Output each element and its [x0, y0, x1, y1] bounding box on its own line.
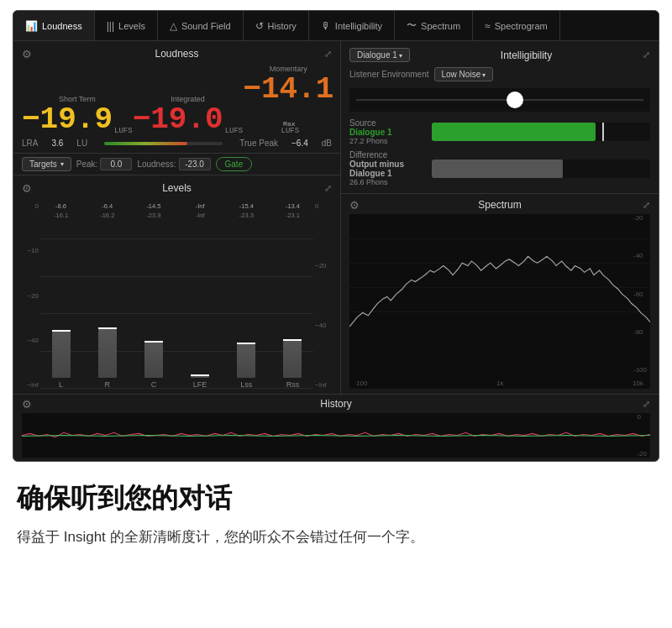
soundfield-icon: △ [170, 20, 177, 32]
history-gear-icon[interactable]: ⚙ [22, 398, 32, 411]
history-canvas: 0 -20 [22, 413, 650, 458]
history-title: History [320, 398, 351, 410]
listener-dropdown[interactable]: Low Noise [434, 67, 494, 81]
bar-col-l: -8.6-16.1L [40, 202, 81, 389]
loudness-field-label: Loudness: [137, 160, 176, 169]
true-peak-label: True Peak [239, 139, 278, 148]
plugin-ui: 📊 Loudness ||| Levels △ Sound Field ↺ Hi… [13, 10, 659, 462]
difference-bar-fill [432, 160, 563, 178]
spectrum-expand-icon[interactable]: ⤢ [643, 200, 650, 211]
integrated-meter: Integrated −19.0LUFS [133, 95, 244, 135]
loudness-gear-icon[interactable]: ⚙ [22, 48, 32, 60]
levels-bars: 0 −10 −20 −40 −Inf -8.6-16.1L-6.4-16.2R-… [22, 202, 332, 389]
tab-spectrogram[interactable]: ≈ Spectrogram [473, 11, 560, 40]
levels-expand-icon[interactable]: ⤢ [324, 183, 332, 194]
tab-bar: 📊 Loudness ||| Levels △ Sound Field ↺ Hi… [13, 11, 659, 41]
spectrum-gear-icon[interactable]: ⚙ [349, 199, 360, 212]
right-panel: Dialogue 1 Intelligibility ⤢ Listener En… [341, 41, 659, 394]
loudness-bar [104, 142, 223, 145]
intelligibility-header: Dialogue 1 Intelligibility ⤢ [349, 48, 650, 62]
source-label: Source Dialogue 1 27.2 Phons [349, 118, 425, 145]
tab-spectrogram-label: Spectrogram [495, 21, 548, 31]
intelligibility-section: Dialogue 1 Intelligibility ⤢ Listener En… [341, 41, 659, 194]
levels-gear-icon[interactable]: ⚙ [22, 182, 32, 195]
slider-thumb[interactable] [507, 92, 523, 108]
short-term-meter: Short Term −19.9LUFS [22, 95, 133, 135]
loudness-meters: Short Term −19.9LUFS Integrated −19.0LUF… [22, 65, 332, 135]
text-section: 确保听到您的对话 得益于 Insight 的全新清晰度计，您的听众不会错过任何一… [0, 462, 672, 566]
levels-section: ⚙ Levels ⤢ 0 −10 −20 −40 −Inf -8.6-16.1L… [13, 175, 340, 394]
loudness-expand-icon[interactable]: ⤢ [324, 49, 332, 60]
peak-field-group: Peak: [76, 158, 133, 170]
levels-y-axis-left: 0 −10 −20 −40 −Inf [22, 202, 40, 389]
targets-dropdown[interactable]: Targets [22, 157, 71, 171]
bar-peak-line-c [144, 341, 163, 343]
integrated-unit: LUFS [225, 127, 244, 135]
bar-peak-line-r [98, 327, 117, 329]
levels-y-axis-right: 0 −20 −40 −Inf [313, 202, 332, 389]
loudness-field-group: Loudness: [137, 158, 210, 170]
bar-bg-rss [283, 341, 302, 378]
spectrum-x-labels: 100 1k 10k [356, 379, 643, 387]
momentary-meter: Momentary −14.1 Max LUFS [243, 65, 333, 135]
spectrogram-icon: ≈ [485, 20, 491, 32]
source-bar-fill [432, 123, 596, 141]
slider-track [356, 99, 643, 101]
loudness-icon: 📊 [25, 20, 38, 32]
intelligibility-slider[interactable] [349, 88, 650, 112]
true-peak-unit: dB [322, 139, 332, 148]
momentary-unit: LUFS [281, 128, 299, 135]
tab-loudness-label: Loudness [42, 21, 82, 31]
tab-history[interactable]: ↺ History [244, 11, 309, 40]
tab-soundfield[interactable]: △ Sound Field [158, 11, 244, 40]
main-heading: 确保听到您的对话 [17, 482, 655, 514]
dialogue-dropdown[interactable]: Dialogue 1 [349, 48, 410, 62]
peak-label: Peak: [76, 160, 98, 169]
short-term-value: −19.9LUFS [22, 105, 133, 135]
bar-col-rss: -13.4-23.1Rss [272, 202, 313, 389]
difference-label: Difference Output minus Dialogue 1 26.6 … [349, 150, 425, 186]
tab-spectrum-label: Spectrum [421, 21, 460, 31]
loudness-bar-fill [104, 142, 187, 145]
history-icon: ↺ [255, 20, 264, 32]
tab-soundfield-label: Sound Field [181, 21, 231, 31]
tab-levels[interactable]: ||| Levels [95, 11, 158, 40]
short-term-number: −19.9 [22, 102, 113, 137]
lra-value: 3.6 [51, 139, 63, 148]
gate-button[interactable]: Gate [216, 157, 253, 171]
targets-row: Targets Peak: Loudness: Gate [13, 154, 340, 175]
tab-intelligibility[interactable]: 🎙 Intelligibility [309, 11, 395, 40]
history-section: ⚙ History ⤢ 0 -20 [13, 394, 659, 461]
bar-col-lss: -15.4-23.3Lss [226, 202, 267, 389]
spectrum-header: ⚙ Spectrum ⤢ [349, 199, 650, 211]
bar-col-c: -14.5-23.9C [133, 202, 174, 389]
difference-bar-wrap [432, 160, 650, 178]
levels-title: Levels [162, 182, 192, 194]
spectrum-y-labels: -20 -40 -60 -80 -100 [633, 214, 647, 374]
main-content: ⚙ Loudness ⤢ Short Term −19.9LUFS Integr… [13, 41, 659, 394]
integrated-value: −19.0LUFS [133, 105, 244, 135]
intelligibility-expand-icon[interactable]: ⤢ [643, 50, 650, 60]
source-bar-marker [602, 123, 604, 141]
bar-bg-c [144, 343, 163, 378]
integrated-number: −19.0 [133, 102, 223, 137]
history-header: ⚙ History ⤢ [22, 398, 650, 410]
spectrum-section: ⚙ Spectrum ⤢ -20 [341, 194, 659, 394]
tab-loudness[interactable]: 📊 Loudness [13, 11, 95, 40]
listener-label: Listener Environment [349, 70, 429, 79]
history-expand-icon[interactable]: ⤢ [643, 399, 650, 410]
loudness-section: ⚙ Loudness ⤢ Short Term −19.9LUFS Integr… [13, 41, 340, 154]
bar-bg-lss [237, 344, 255, 378]
bar-peak-line-lss [237, 343, 255, 344]
bars-area: -8.6-16.1L-6.4-16.2R-14.5-23.9C-Inf-InfL… [40, 202, 313, 389]
short-term-unit: LUFS [114, 127, 133, 135]
lra-label: LRA [22, 139, 38, 148]
source-bar-row: Source Dialogue 1 27.2 Phons [349, 118, 650, 145]
sub-text: 得益于 Insight 的全新清晰度计，您的听众不会错过任何一个字。 [17, 526, 605, 548]
bar-peak-line-rss [283, 339, 302, 341]
loudness-input[interactable] [179, 158, 211, 170]
bar-bg-l [52, 332, 71, 378]
history-svg [22, 413, 650, 458]
tab-spectrum[interactable]: 〜 Spectrum [395, 11, 473, 40]
peak-input[interactable] [100, 158, 132, 170]
